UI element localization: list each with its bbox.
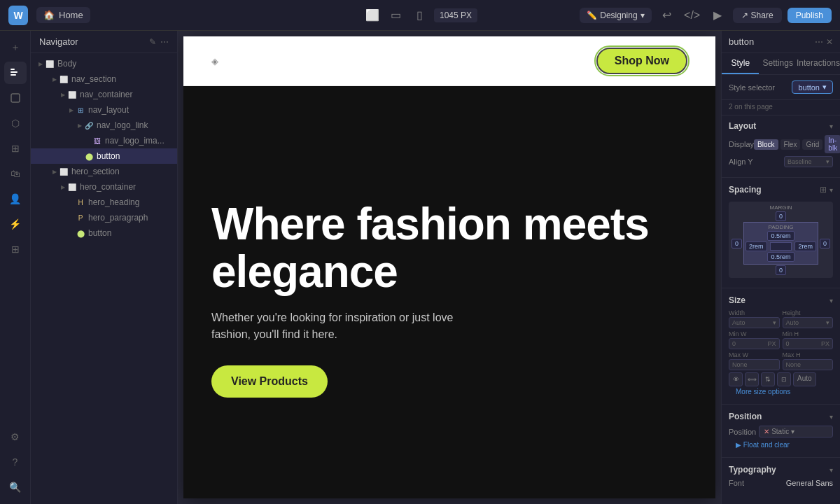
users-btn[interactable]: 👤	[4, 188, 27, 210]
tree-item[interactable]: ▶⬜Body	[31, 56, 177, 71]
hero-paragraph: Whether you're looking for inspiration o…	[211, 309, 477, 343]
pages-btn[interactable]	[4, 87, 27, 109]
font-label: Font	[729, 479, 744, 487]
code-btn[interactable]: </>	[682, 6, 702, 25]
overflow-clip-icon[interactable]: ⊡	[777, 372, 791, 386]
logo-placeholder: ◈	[211, 56, 218, 66]
tree-item-label: button	[97, 151, 120, 161]
search-btn[interactable]: 🔍	[4, 476, 27, 498]
text-tree-icon: H	[76, 197, 85, 207]
tablet-device-btn[interactable]: ▭	[386, 6, 406, 25]
margin-bottom-val[interactable]: 0	[776, 265, 786, 275]
publish-button[interactable]: Publish	[788, 8, 832, 23]
tree-item[interactable]: ▶⊞nav_layout	[31, 102, 177, 118]
overflow-visible-icon[interactable]: 👁	[729, 372, 743, 386]
navigator-edit-icon[interactable]: ✎	[149, 37, 156, 47]
home-tab[interactable]: 🏠 Home	[36, 7, 90, 23]
size-chevron: ▾	[830, 297, 833, 304]
tree-item[interactable]: ▶⬜nav_container	[31, 87, 177, 102]
min-h-input[interactable]: 0 PX	[783, 338, 834, 349]
tree-arrow: ▶	[59, 90, 67, 99]
add-element-btn[interactable]: ＋	[4, 36, 27, 59]
shop-now-button[interactable]: Shop Now	[596, 48, 687, 74]
display-flex[interactable]: Flex	[780, 139, 801, 150]
float-clear-toggle[interactable]: ▶ Float and clear	[729, 440, 833, 450]
position-select[interactable]: ✕ Static ▾	[759, 426, 833, 438]
display-inblk[interactable]: In-blk	[825, 135, 840, 153]
margin-top-row: 0	[732, 211, 830, 221]
size-section-title: Size	[729, 295, 746, 305]
view-products-button[interactable]: View Products	[211, 365, 328, 398]
button-tree-icon: ⬤	[84, 151, 94, 161]
navigator-header-icons: ✎ ⋯	[149, 37, 169, 47]
navigator-menu-icon[interactable]: ⋯	[160, 37, 169, 47]
tree-item[interactable]: Phero_paragraph	[31, 210, 177, 225]
typography-chevron: ▾	[830, 466, 833, 474]
size-section-header[interactable]: Size ▾	[722, 290, 840, 308]
link-tree-icon: 🔗	[84, 120, 94, 130]
layout-section-header[interactable]: Layout ▾	[722, 115, 840, 134]
undo-btn[interactable]: ↩	[657, 6, 677, 25]
svg-rect-3	[11, 94, 20, 102]
max-w-input[interactable]: None	[729, 359, 780, 370]
height-input[interactable]: Auto ▾	[783, 317, 834, 328]
max-h-value: None	[786, 361, 802, 368]
help-btn[interactable]: ?	[4, 451, 27, 473]
display-block[interactable]: Block	[754, 139, 778, 150]
style-selector-chip[interactable]: button ▾	[792, 80, 833, 94]
margin-top-val[interactable]: 0	[776, 211, 786, 221]
apps-btn[interactable]: ⊞	[4, 238, 27, 260]
navigator-btn[interactable]	[4, 62, 27, 84]
padding-left-val[interactable]: 2rem	[746, 241, 767, 251]
assets-btn[interactable]: ⬡	[4, 112, 27, 134]
tab-settings[interactable]: Settings	[759, 53, 796, 74]
right-panel: button ⋯ ✕ Style Settings Interactions S…	[721, 31, 840, 504]
logic-btn[interactable]: ⚡	[4, 213, 27, 235]
padding-right-val[interactable]: 2rem	[794, 241, 816, 251]
settings-btn[interactable]: ⚙	[4, 426, 27, 448]
margin-left-val[interactable]: 0	[732, 239, 742, 248]
font-row: Font General Sans	[729, 479, 833, 487]
min-w-input[interactable]: 0 PX	[729, 338, 780, 349]
desktop-device-btn[interactable]: ⬜	[363, 6, 382, 25]
tab-interactions[interactable]: Interactions	[797, 53, 840, 74]
tree-item[interactable]: ▶⬜nav_section	[31, 71, 177, 87]
tree-item[interactable]: ⬤button	[31, 148, 177, 164]
tree-item[interactable]: Hhero_heading	[31, 195, 177, 210]
overflow-scroll-x-icon[interactable]: ⟺	[745, 372, 759, 386]
margin-right-val[interactable]: 0	[820, 239, 830, 248]
max-h-input[interactable]: None	[783, 359, 834, 370]
mobile-device-btn[interactable]: ▯	[410, 6, 430, 25]
align-y-select[interactable]: Baseline ▾	[784, 156, 833, 167]
padding-top-row: 0.5rem	[746, 231, 816, 241]
spacing-section-header[interactable]: Spacing ⊞ ▾	[722, 179, 840, 197]
svg-rect-1	[10, 71, 18, 73]
position-section-header[interactable]: Position ▾	[722, 406, 840, 424]
width-input[interactable]: Auto ▾	[729, 317, 780, 328]
tree-item[interactable]: ⬤button	[31, 225, 177, 241]
position-clear-icon[interactable]: ✕	[764, 428, 769, 435]
mode-selector[interactable]: ✏️ Designing ▾	[580, 8, 651, 23]
tab-style[interactable]: Style	[722, 53, 759, 74]
panel-more-icon[interactable]: ⋯	[815, 37, 823, 47]
panel-close-icon[interactable]: ✕	[826, 37, 833, 47]
spacing-add-icon[interactable]: ⊞	[820, 185, 827, 195]
share-button[interactable]: ↗ Share	[733, 8, 782, 23]
tree-arrow: ▶	[59, 183, 67, 191]
tree-item[interactable]: ▶⬜hero_section	[31, 164, 177, 179]
typography-section-header[interactable]: Typography ▾	[722, 459, 840, 477]
section-tree-icon: ⬜	[59, 167, 69, 176]
overflow-scroll-y-icon[interactable]: ⇅	[761, 372, 775, 386]
padding-bottom-val[interactable]: 0.5rem	[767, 252, 794, 262]
tree-item[interactable]: ▶🔗nav_logo_link	[31, 118, 177, 133]
tree-item[interactable]: 🖼nav_logo_ima...	[31, 133, 177, 148]
tree-item[interactable]: ▶⬜hero_container	[31, 179, 177, 195]
tree-arrow: ▶	[50, 75, 59, 83]
padding-top-val[interactable]: 0.5rem	[767, 231, 794, 241]
cms-btn[interactable]: ⊞	[4, 137, 27, 160]
overflow-auto[interactable]: Auto	[793, 372, 816, 386]
ecomm-btn[interactable]: 🛍	[4, 162, 27, 185]
more-size-options[interactable]: More size options	[729, 386, 833, 397]
preview-btn[interactable]: ▶	[708, 6, 727, 25]
display-grid[interactable]: Grid	[802, 139, 822, 150]
